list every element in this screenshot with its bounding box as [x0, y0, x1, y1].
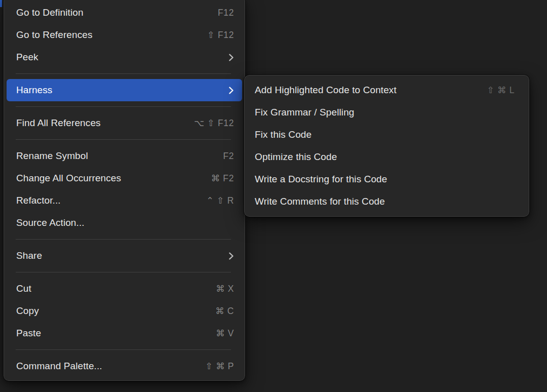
- menu-item-copy[interactable]: Copy⌘ C: [4, 300, 245, 322]
- menu-item-shortcut: ⌘ C: [215, 306, 234, 317]
- menu-item-fix-this-code[interactable]: Fix this Code: [245, 124, 529, 146]
- submenu-chevron-icon: [228, 252, 234, 260]
- menu-item-label: Rename Symbol: [16, 150, 88, 162]
- background-selection-fragment: [0, 0, 2, 7]
- menu-item-label: Write a Docstring for this Code: [255, 174, 387, 185]
- menu-item-label: Cut: [16, 283, 31, 294]
- menu-item-go-to-references[interactable]: Go to References⇧ F12: [4, 24, 245, 46]
- menu-item-label: Change All Occurrences: [16, 173, 121, 184]
- menu-item-source-action[interactable]: Source Action...: [4, 212, 245, 234]
- menu-item-fix-grammar-spelling[interactable]: Fix Grammar / Spelling: [245, 101, 529, 124]
- menu-item-label: Add Highlighted Code to Context: [255, 85, 397, 96]
- menu-item-label: Source Action...: [16, 217, 85, 228]
- menu-item-label: Paste: [16, 328, 41, 339]
- menu-item-rename-symbol[interactable]: Rename SymbolF2: [4, 145, 245, 167]
- menu-separator: [16, 106, 231, 107]
- submenu-chevron-icon: [228, 53, 234, 62]
- menu-item-change-all-occurrences[interactable]: Change All Occurrences⌘ F2: [4, 167, 245, 189]
- menu-item-label: Go to Definition: [16, 7, 84, 18]
- menu-item-label: Copy: [16, 305, 39, 317]
- menu-item-paste[interactable]: Paste⌘ V: [4, 322, 245, 344]
- menu-item-peek[interactable]: Peek: [4, 46, 245, 68]
- menu-separator: [16, 139, 231, 140]
- menu-separator: [16, 272, 231, 272]
- harness-submenu: Add Highlighted Code to Context⇧ ⌘ LFix …: [244, 75, 529, 217]
- menu-item-write-a-docstring-for-this-code[interactable]: Write a Docstring for this Code: [245, 168, 529, 190]
- menu-item-write-comments-for-this-code[interactable]: Write Comments for this Code: [245, 190, 529, 213]
- menu-item-label: Write Comments for this Code: [255, 196, 385, 207]
- menu-item-share[interactable]: Share: [4, 245, 245, 267]
- menu-item-label: Refactor...: [16, 195, 61, 206]
- menu-item-label: Find All References: [16, 117, 101, 129]
- menu-item-label: Share: [16, 250, 42, 261]
- menu-item-label: Command Palette...: [16, 361, 102, 372]
- menu-item-go-to-definition[interactable]: Go to DefinitionF12: [4, 2, 245, 24]
- menu-item-shortcut: ⌘ V: [216, 328, 234, 339]
- menu-item-command-palette[interactable]: Command Palette...⇧ ⌘ P: [4, 355, 245, 377]
- menu-separator: [16, 73, 231, 74]
- menu-separator: [16, 239, 231, 240]
- menu-item-label: Peek: [16, 52, 38, 63]
- submenu-chevron-icon: [228, 86, 234, 95]
- menu-item-label: Optimize this Code: [255, 151, 337, 163]
- menu-item-harness[interactable]: Harness: [7, 79, 242, 101]
- menu-item-optimize-this-code[interactable]: Optimize this Code: [245, 146, 529, 168]
- menu-item-shortcut: ⇧ F12: [207, 30, 234, 41]
- menu-item-label: Harness: [16, 85, 52, 96]
- menu-item-shortcut: ⌘ X: [216, 284, 234, 294]
- menu-item-add-highlighted-code-to-context[interactable]: Add Highlighted Code to Context⇧ ⌘ L: [245, 79, 529, 101]
- menu-item-cut[interactable]: Cut⌘ X: [4, 278, 245, 300]
- menu-item-find-all-references[interactable]: Find All References⌥ ⇧ F12: [4, 112, 245, 134]
- editor-context-menu: Go to DefinitionF12Go to References⇧ F12…: [4, 0, 245, 381]
- menu-item-label: Fix Grammar / Spelling: [255, 107, 354, 118]
- menu-item-shortcut: ⌥ ⇧ F12: [194, 118, 234, 129]
- menu-item-shortcut: ⇧ ⌘ L: [487, 85, 515, 96]
- menu-item-shortcut: ⌃ ⇧ R: [206, 195, 234, 206]
- screen: Go to DefinitionF12Go to References⇧ F12…: [0, 0, 547, 392]
- menu-item-shortcut: F12: [218, 8, 234, 18]
- menu-separator: [16, 349, 231, 350]
- menu-item-refactor[interactable]: Refactor...⌃ ⇧ R: [4, 189, 245, 212]
- menu-item-shortcut: F2: [223, 151, 234, 162]
- menu-item-shortcut: ⌘ F2: [211, 173, 234, 184]
- menu-item-label: Fix this Code: [255, 129, 311, 140]
- menu-item-label: Go to References: [16, 29, 93, 41]
- menu-item-shortcut: ⇧ ⌘ P: [205, 361, 234, 372]
